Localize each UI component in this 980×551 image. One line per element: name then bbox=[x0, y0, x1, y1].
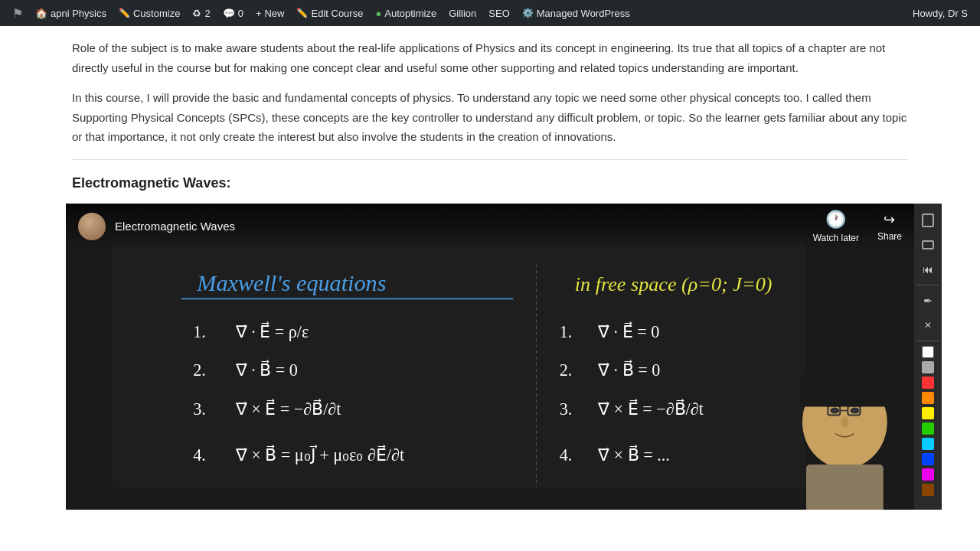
color-white[interactable] bbox=[922, 346, 934, 358]
gillion-label: Gillion bbox=[449, 8, 476, 19]
share-label: Share bbox=[877, 231, 902, 242]
autoptimize-label: Autoptimize bbox=[384, 8, 436, 19]
edit-course-item[interactable]: ✏️ Edit Course bbox=[290, 0, 369, 26]
share-icon: ↩ bbox=[884, 211, 895, 228]
svg-text:∇⃗ · E⃗ = 0: ∇⃗ · E⃗ = 0 bbox=[597, 321, 659, 341]
customize-icon: ✏️ bbox=[119, 8, 130, 18]
color-gray[interactable] bbox=[922, 361, 934, 373]
howdy-text: Howdy, Dr S bbox=[906, 8, 974, 19]
svg-text:3.: 3. bbox=[193, 399, 206, 418]
video-controls-right: 🕐 Watch later ↩ Share bbox=[813, 210, 902, 243]
svg-point-24 bbox=[850, 407, 859, 413]
wp-logo-item[interactable]: ⚑ bbox=[6, 0, 29, 26]
managed-wp-icon: ⚙️ bbox=[522, 8, 534, 18]
site-name-label: apni Physics bbox=[51, 8, 106, 19]
svg-text:in free space (ρ=0; J=0): in free space (ρ=0; J=0) bbox=[575, 273, 773, 295]
section-divider bbox=[72, 159, 908, 160]
svg-rect-34 bbox=[923, 241, 933, 249]
svg-text:∇⃗ × B⃗ = μ₀J⃗ + μ₀ε₀ ∂E⃗/∂t: ∇⃗ × B⃗ = μ₀J⃗ + μ₀ε₀ ∂E⃗/∂t bbox=[235, 444, 405, 464]
seo-item[interactable]: SEO bbox=[482, 0, 515, 26]
comments-count: 0 bbox=[238, 8, 243, 19]
color-yellow[interactable] bbox=[922, 407, 934, 419]
color-brown[interactable] bbox=[922, 484, 934, 496]
seo-label: SEO bbox=[488, 8, 509, 19]
intro-paragraph-2: In this course, I will provide the basic… bbox=[72, 88, 908, 147]
svg-text:∇⃗ × B⃗ = ...: ∇⃗ × B⃗ = ... bbox=[597, 444, 670, 464]
svg-text:2.: 2. bbox=[193, 360, 206, 380]
rewind-tool[interactable]: ⏮ bbox=[917, 259, 939, 280]
close-icon: ✕ bbox=[924, 320, 932, 331]
watch-later-button[interactable]: 🕐 Watch later bbox=[813, 210, 859, 243]
video-title: Electromagnetic Waves bbox=[115, 220, 235, 233]
gillion-item[interactable]: Gillion bbox=[443, 0, 482, 26]
svg-text:∇⃗ · B⃗ = 0: ∇⃗ · B⃗ = 0 bbox=[235, 360, 298, 380]
autoptimize-item[interactable]: ● Autoptimize bbox=[369, 0, 443, 26]
autoptimize-icon: ● bbox=[375, 8, 381, 19]
svg-text:∇⃗ · E⃗ = ρ/ε: ∇⃗ · E⃗ = ρ/ε bbox=[235, 321, 309, 341]
close-tool[interactable]: ✕ bbox=[917, 315, 939, 336]
video-container[interactable]: Maxwell's equations in free space (ρ=0; … bbox=[66, 204, 942, 510]
rewind-icon: ⏮ bbox=[923, 263, 933, 276]
svg-text:4.: 4. bbox=[193, 445, 206, 464]
new-item[interactable]: + New bbox=[250, 0, 291, 26]
color-magenta[interactable] bbox=[922, 468, 934, 481]
wp-logo-icon: ⚑ bbox=[12, 6, 23, 21]
edit-course-label: Edit Course bbox=[311, 8, 363, 19]
svg-text:2.: 2. bbox=[560, 360, 573, 380]
updates-count: 2 bbox=[204, 8, 210, 19]
customize-item[interactable]: ✏️ Customize bbox=[113, 0, 186, 26]
channel-avatar bbox=[78, 213, 106, 240]
svg-text:4.: 4. bbox=[560, 445, 573, 464]
page-layout-tool[interactable] bbox=[917, 210, 939, 231]
managed-wp-item[interactable]: ⚙️ Managed WordPress bbox=[516, 0, 636, 26]
svg-point-23 bbox=[830, 407, 839, 413]
updates-item[interactable]: ♻ 2 bbox=[186, 0, 216, 26]
site-name-item[interactable]: 🏠 apni Physics bbox=[29, 0, 113, 26]
video-player[interactable]: Maxwell's equations in free space (ρ=0; … bbox=[66, 204, 914, 510]
color-red[interactable] bbox=[922, 377, 934, 389]
admin-bar: ⚑ 🏠 apni Physics ✏️ Customize ♻ 2 💬 0 + … bbox=[0, 0, 980, 26]
svg-text:∇⃗ × E⃗ = −∂B⃗/∂t: ∇⃗ × E⃗ = −∂B⃗/∂t bbox=[235, 398, 342, 418]
pen-icon: ✒ bbox=[923, 295, 933, 307]
svg-text:1.: 1. bbox=[560, 321, 573, 341]
watch-later-icon: 🕐 bbox=[825, 210, 846, 230]
page-content: Role of the subject is to make aware stu… bbox=[0, 26, 980, 522]
color-cyan[interactable] bbox=[922, 438, 934, 450]
video-top-bar: Electromagnetic Waves 🕐 Watch later ↩ Sh… bbox=[66, 204, 914, 249]
pen-tool[interactable]: ✒ bbox=[917, 290, 939, 311]
comments-item[interactable]: 💬 0 bbox=[217, 0, 250, 26]
svg-rect-33 bbox=[923, 214, 933, 227]
svg-rect-31 bbox=[800, 383, 890, 406]
edit-course-icon: ✏️ bbox=[296, 8, 308, 18]
intro-paragraph-1: Role of the subject is to make aware stu… bbox=[72, 38, 908, 77]
color-green[interactable] bbox=[922, 422, 934, 435]
color-orange[interactable] bbox=[922, 392, 934, 404]
watch-later-label: Watch later bbox=[813, 233, 859, 243]
customize-label: Customize bbox=[133, 8, 180, 19]
svg-text:∇⃗ · B⃗ = 0: ∇⃗ · B⃗ = 0 bbox=[597, 360, 660, 380]
color-blue[interactable] bbox=[922, 453, 934, 465]
svg-point-28 bbox=[841, 416, 848, 427]
home-icon: 🏠 bbox=[35, 8, 47, 19]
updates-icon: ♻ bbox=[192, 8, 201, 19]
svg-text:∇⃗ × E⃗ = −∂B⃗/∂t: ∇⃗ × E⃗ = −∂B⃗/∂t bbox=[597, 398, 704, 418]
video-content: Maxwell's equations in free space (ρ=0; … bbox=[66, 204, 914, 510]
new-label: New bbox=[264, 8, 284, 19]
svg-text:1.: 1. bbox=[193, 321, 206, 341]
managed-wp-label: Managed WordPress bbox=[537, 8, 630, 19]
svg-text:3.: 3. bbox=[560, 399, 573, 418]
new-plus-icon: + bbox=[256, 8, 262, 19]
svg-text:Maxwell's equations: Maxwell's equations bbox=[196, 270, 386, 296]
section-heading: Electromagnetic Waves: bbox=[72, 175, 908, 191]
comments-icon: 💬 bbox=[223, 8, 235, 19]
rectangle-tool[interactable] bbox=[917, 234, 939, 256]
drawing-tools-panel: ⏮ ✒ ✕ bbox=[914, 204, 942, 510]
tool-divider-2 bbox=[917, 341, 939, 341]
share-button[interactable]: ↩ Share bbox=[877, 211, 902, 242]
svg-rect-29 bbox=[806, 465, 884, 510]
tool-divider-1 bbox=[917, 285, 939, 285]
